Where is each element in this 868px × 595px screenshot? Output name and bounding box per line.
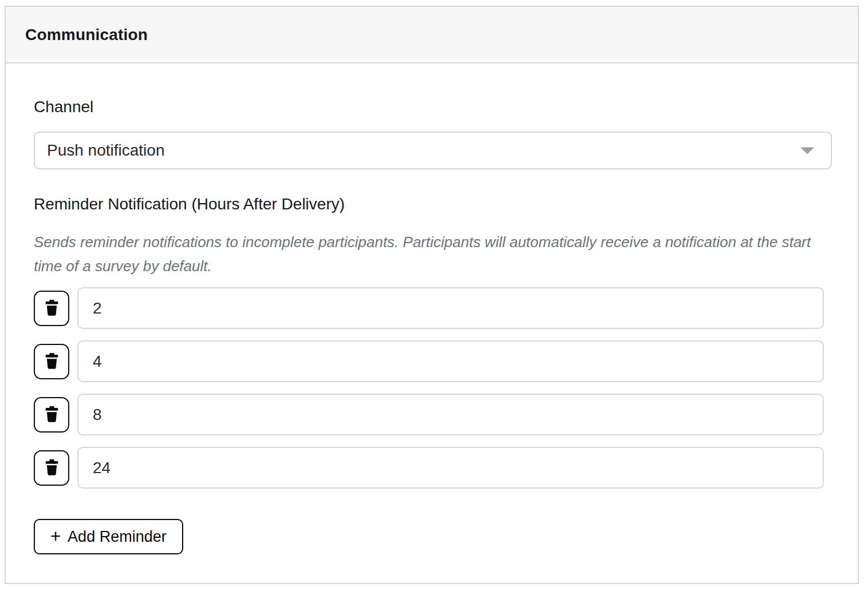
delete-reminder-button[interactable] [34, 397, 69, 433]
plus-icon: + [50, 527, 61, 545]
delete-reminder-button[interactable] [34, 344, 69, 379]
card-header: Communication [6, 7, 858, 64]
reminder-row [34, 394, 824, 435]
page-title: Communication [25, 26, 148, 44]
reminder-hours-input[interactable] [77, 287, 824, 329]
trash-icon [43, 299, 61, 318]
card-body: Channel Push notification Reminder Notif… [6, 64, 858, 554]
trash-icon [43, 352, 61, 371]
add-reminder-button[interactable]: + Add Reminder [34, 519, 183, 554]
chevron-down-icon [799, 146, 816, 156]
channel-selected-value: Push notification [47, 141, 799, 160]
channel-select[interactable]: Push notification [34, 132, 832, 169]
delete-reminder-button[interactable] [34, 450, 69, 486]
communication-card: Communication Channel Push notification … [5, 6, 859, 584]
reminder-list [34, 287, 832, 489]
delete-reminder-button[interactable] [34, 291, 69, 326]
reminder-row [34, 340, 824, 382]
reminder-hours-input[interactable] [77, 340, 824, 382]
reminder-hours-input[interactable] [77, 447, 824, 489]
trash-icon [43, 405, 61, 424]
reminder-help-text: Sends reminder notifications to incomple… [34, 230, 832, 278]
reminder-row [34, 447, 824, 489]
reminder-row [34, 287, 824, 329]
add-reminder-label: Add Reminder [68, 528, 167, 546]
reminder-hours-input[interactable] [77, 394, 824, 435]
channel-label: Channel [34, 98, 834, 116]
trash-icon [43, 458, 61, 477]
reminder-section-label: Reminder Notification (Hours After Deliv… [34, 195, 834, 213]
